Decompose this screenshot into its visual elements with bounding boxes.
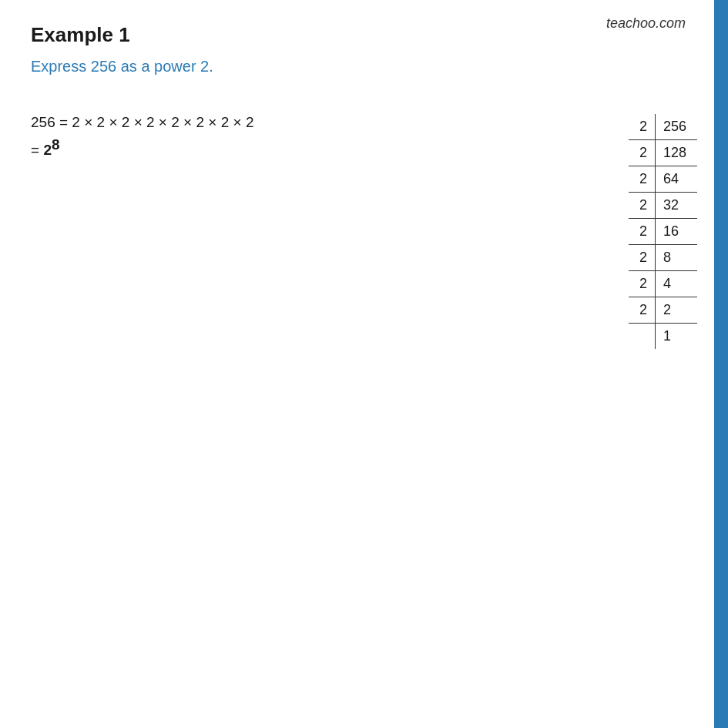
divisor-cell: 2 [629, 245, 656, 271]
base-number: 2 [43, 142, 52, 158]
division-table-container: 225621282642322162824221 [629, 106, 697, 349]
dividend-cell: 2 [655, 297, 697, 324]
exponent: 8 [52, 136, 60, 153]
equation-line1: 256 = 2 × 2 × 2 × 2 × 2 × 2 × 2 × 2 [31, 114, 582, 131]
table-row: 22 [629, 297, 697, 324]
table-row: 216 [629, 219, 697, 245]
table-row: 1 [629, 324, 697, 350]
divisor-cell: 2 [629, 271, 656, 297]
table-row: 264 [629, 166, 697, 193]
dividend-cell: 1 [655, 324, 697, 350]
dividend-cell: 4 [655, 271, 697, 297]
dividend-cell: 8 [655, 245, 697, 271]
table-row: 24 [629, 271, 697, 297]
divisor-cell [629, 324, 656, 350]
table-row: 232 [629, 193, 697, 219]
main-area: 256 = 2 × 2 × 2 × 2 × 2 × 2 × 2 × 2 = 28… [31, 106, 697, 349]
page-content: teachoo.com Example 1 Express 256 as a p… [0, 0, 728, 372]
dividend-cell: 32 [655, 193, 697, 219]
divisor-cell: 2 [629, 114, 656, 140]
divisor-cell: 2 [629, 219, 656, 245]
table-row: 2128 [629, 140, 697, 166]
table-row: 2256 [629, 114, 697, 140]
watermark: teachoo.com [606, 15, 686, 32]
division-table: 225621282642322162824221 [629, 114, 697, 349]
equation-line2: = 28 [31, 142, 582, 159]
solution-area: 256 = 2 × 2 × 2 × 2 × 2 × 2 × 2 × 2 = 28 [31, 106, 582, 169]
dividend-cell: 16 [655, 219, 697, 245]
divisor-cell: 2 [629, 140, 656, 166]
divisor-cell: 2 [629, 166, 656, 193]
dividend-cell: 64 [655, 166, 697, 193]
table-row: 28 [629, 245, 697, 271]
divisor-cell: 2 [629, 297, 656, 324]
problem-statement: Express 256 as a power 2. [31, 58, 697, 75]
equals-prefix: = [31, 142, 43, 158]
dividend-cell: 128 [655, 140, 697, 166]
example-title: Example 1 [31, 23, 697, 47]
divisor-cell: 2 [629, 193, 656, 219]
dividend-cell: 256 [655, 114, 697, 140]
